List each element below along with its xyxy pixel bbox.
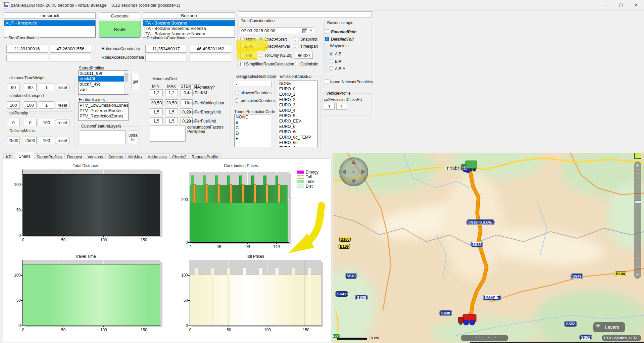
close-button[interactable]: ✕ (629, 0, 644, 10)
list-item[interactable]: NONE (278, 81, 317, 86)
radio-timespan[interactable] (295, 44, 299, 48)
dest-ref-lon-field[interactable] (145, 55, 187, 61)
list-item[interactable]: PTV_RestrictionZones (79, 113, 128, 119)
pan-center-dot[interactable] (352, 170, 355, 173)
min-field[interactable]: 20,50 (150, 99, 163, 106)
radio-waypoint-A:B:A[interactable] (329, 66, 333, 71)
destination-input[interactable]: Bolzano (143, 12, 235, 19)
zoom-handle[interactable] (635, 200, 641, 204)
value-field[interactable]: 90 (7, 84, 20, 91)
value-field[interactable]: 0 (7, 119, 20, 126)
zoom-track[interactable] (636, 169, 640, 270)
list-item[interactable]: EURO_3 (278, 102, 317, 108)
reset-button[interactable]: reset (55, 119, 70, 126)
stored-profiles-scrollbar[interactable] (124, 71, 129, 94)
list-item[interactable]: ITA - Bolzano Bolzano (143, 20, 235, 26)
dest-lon-field[interactable]: 11,353460317 (145, 45, 187, 53)
value-field[interactable]: 100 (39, 119, 54, 126)
chart-travel-time[interactable] (23, 260, 160, 326)
monetary-checkbox[interactable] (190, 85, 195, 89)
list-item[interactable]: truck40t (79, 76, 128, 82)
list-item[interactable]: EURO_6c (278, 129, 317, 135)
update-button[interactable]: update (128, 131, 138, 144)
chart-contributing-prices[interactable] (190, 172, 289, 242)
reset-button[interactable]: reset (55, 137, 70, 144)
top-extra-input[interactable] (239, 11, 372, 17)
minimap-toggle-icon[interactable] (634, 153, 641, 159)
start-ref-lat-field[interactable] (50, 55, 91, 61)
layers-button[interactable]: Layers (593, 322, 625, 332)
timespan-field[interactable]: 86400 (295, 52, 313, 59)
chart-total-distance[interactable] (23, 169, 160, 236)
simplified-route-checkbox[interactable] (240, 62, 245, 66)
destination-result-list[interactable]: ITA - Bolzano BolzanoITA - Bolzano Vicen… (143, 20, 235, 38)
radio-waypoint-B:A[interactable] (329, 59, 333, 63)
geographic-restriction-input[interactable]: - (234, 81, 271, 87)
ignore-network-penalties-checkbox[interactable] (325, 80, 329, 84)
zoom-slider[interactable]: + − (634, 161, 641, 279)
value-field[interactable]: 100 (24, 101, 37, 109)
tab-charts[interactable]: Charts (15, 152, 34, 160)
minimize-button[interactable]: – (598, 0, 613, 10)
compass-pan-control[interactable] (339, 157, 368, 186)
list-item[interactable]: NONE (235, 114, 271, 120)
list-item[interactable]: ITA - Bolzano Vicentino Vicenza (143, 26, 235, 31)
zoom-in-icon[interactable]: + (634, 161, 641, 169)
pan-down-arrow[interactable] (351, 180, 356, 184)
list-item[interactable]: van (79, 87, 128, 92)
list-item[interactable]: E (235, 136, 271, 141)
radio-waypoint-A:B[interactable] (329, 52, 333, 56)
value-field[interactable]: 1 (39, 101, 54, 109)
list-item[interactable]: EURO_0 (278, 86, 317, 92)
maximize-button[interactable]: ▢ (613, 0, 629, 10)
list-item[interactable]: EURO_1 (278, 92, 317, 97)
chevron-down-icon[interactable]: ▼ (309, 29, 312, 32)
map[interactable]: Innsbruck + − 10 km _°_'_" , _°_'_" Laye… (333, 153, 644, 343)
max-field[interactable]: 20,50 (165, 99, 178, 106)
chart-toll-prices[interactable] (190, 260, 321, 326)
stored-profiles-list[interactable]: truck11_99ttruck40ttruck7_49tvan (78, 70, 129, 95)
value-field[interactable]: 100 (7, 101, 20, 109)
start-lat-field[interactable]: 47,268001556 (50, 45, 91, 53)
value-field[interactable]: 2500 (7, 137, 20, 144)
list-item[interactable]: B (235, 120, 271, 125)
list-item[interactable]: EURO_4 (278, 108, 317, 113)
radio-allowed-countries[interactable] (235, 91, 239, 95)
max-field[interactable]: 1,2 (165, 89, 178, 96)
radio-optimistic[interactable] (295, 62, 299, 66)
origin-input[interactable]: Innsbruck (4, 12, 96, 19)
pan-up-arrow[interactable] (351, 160, 356, 164)
value-field[interactable]: 100 (39, 137, 54, 144)
list-item[interactable]: EURO_6 (278, 124, 317, 129)
origin-result-list[interactable]: AUT - Innsbruck (4, 20, 96, 38)
co2-field-1[interactable]: 1 (324, 103, 335, 110)
list-item[interactable]: EURO_2 (278, 97, 317, 102)
route-button[interactable]: Route (99, 21, 141, 38)
list-item[interactable]: truck11_99t (79, 71, 128, 76)
geocode-button[interactable]: Geocode (99, 12, 141, 19)
list-item[interactable]: C (235, 125, 271, 131)
reset-button[interactable]: reset (55, 102, 70, 109)
min-field[interactable]: 1,5 (150, 117, 163, 124)
dest-ref-lat-field[interactable] (190, 55, 231, 61)
list-item[interactable]: EURO_EEV (278, 118, 317, 124)
dest-lat-field[interactable]: 46,495281162 (190, 45, 231, 53)
list-item[interactable]: D (235, 131, 271, 136)
list-item[interactable]: PTV_PreferredRoutes (79, 108, 128, 113)
emission-class-list[interactable]: NONEEURO_0EURO_1EURO_2EURO_3EURO_4EURO_5… (278, 81, 318, 147)
max-field[interactable]: 1,5 (165, 117, 178, 124)
start-ref-lon-field[interactable] (6, 55, 48, 61)
zoom-out-icon[interactable]: − (634, 272, 641, 278)
reset-button[interactable]: reset (55, 84, 70, 91)
custom-feature-layers-input[interactable] (80, 130, 126, 144)
datetime-picker[interactable]: 07.03.2025 00:00 ▼ (240, 27, 314, 34)
get-profile-button[interactable]: get (132, 73, 139, 90)
pan-right-arrow[interactable] (361, 169, 365, 174)
start-lon-field[interactable]: 11,39130016 (6, 45, 48, 53)
min-field[interactable]: 1,2 (150, 89, 163, 96)
list-item[interactable]: EURO_5 (278, 113, 317, 118)
list-item[interactable]: EURO_6d (278, 140, 317, 145)
encoded-path-checkbox[interactable] (325, 30, 329, 34)
feature-layers-list[interactable]: PTV_LowEmissionZonesPTV_PreferredRoutesP… (78, 102, 129, 121)
list-item[interactable]: EURO_6e (278, 145, 317, 147)
